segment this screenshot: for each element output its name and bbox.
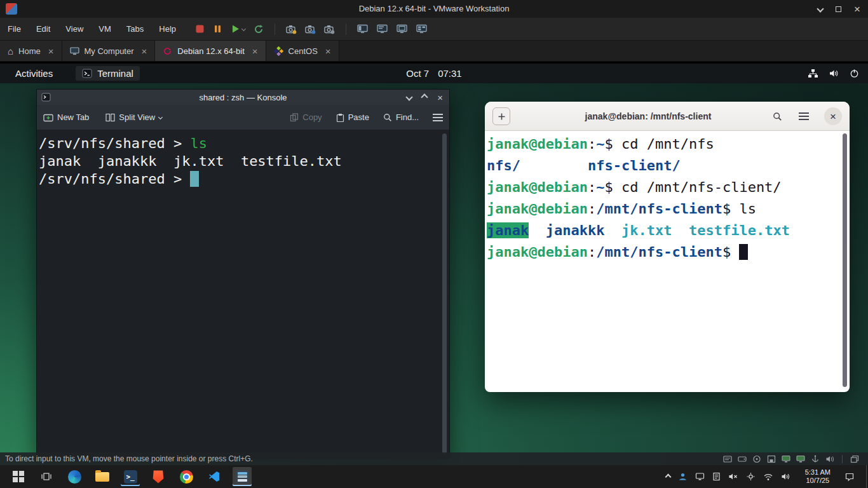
display-icon[interactable] — [695, 472, 705, 481]
task-view-button[interactable] — [37, 467, 56, 486]
close-icon[interactable] — [854, 4, 860, 15]
menu-view[interactable]: View — [58, 18, 91, 40]
sound-icon[interactable] — [825, 455, 834, 463]
terminal-line: /srv/nfs/shared > — [39, 170, 439, 188]
chrome-button[interactable] — [177, 467, 196, 486]
revert-snapshot-button[interactable] — [254, 24, 264, 34]
find-button[interactable]: Find... — [383, 112, 419, 122]
network-adapter-icon[interactable] — [782, 455, 790, 463]
brightness-icon[interactable] — [746, 472, 756, 481]
gnome-terminal-headerbar[interactable]: janak@debian: /mnt/nfs-client — [485, 102, 850, 131]
terminal-text-segment: : — [588, 201, 596, 217]
vscode-button[interactable] — [205, 467, 224, 486]
power-stop-button[interactable] — [195, 24, 205, 34]
konsole-titlebar[interactable]: shared : zsh — Konsole — [37, 90, 449, 105]
tab-close-icon[interactable] — [325, 46, 331, 56]
hamburger-menu-button[interactable] — [795, 107, 813, 125]
unity-view-button[interactable] — [416, 24, 428, 34]
snapshot-manager-button[interactable] — [324, 24, 335, 34]
terminal-line: nfs/ nfs-client/ — [487, 155, 841, 177]
network-adapter2-icon[interactable] — [796, 455, 805, 463]
hamburger-menu-button[interactable] — [433, 117, 443, 118]
tab-centos[interactable]: CentOS — [266, 41, 339, 61]
terminal-text-segment: /srv/nfs/shared > — [39, 135, 190, 151]
vm-desktop[interactable]: shared : zsh — Konsole New Tab Split Vie… — [0, 83, 868, 465]
cdrom-icon[interactable] — [752, 455, 761, 463]
brave-button[interactable] — [149, 467, 168, 486]
wifi-icon[interactable] — [763, 473, 773, 481]
menu-vm[interactable]: VM — [91, 18, 119, 40]
gnome-terminal-output[interactable]: janak@debian:~$ cd /mnt/nfsnfs/ nfs-clie… — [485, 131, 842, 391]
suspend-button[interactable] — [213, 24, 222, 34]
close-button[interactable] — [824, 107, 842, 125]
taskbar-clock[interactable]: 5:31 AM 10/7/25 — [805, 468, 831, 485]
konsole-scrollbar[interactable] — [442, 132, 448, 456]
terminal-text-segment — [529, 222, 546, 238]
tab-my-computer[interactable]: My Computer — [62, 41, 156, 61]
konsole-terminal-output[interactable]: /srv/nfs/shared > lsjanak janakkk jk.txt… — [37, 131, 440, 458]
document-icon[interactable] — [712, 472, 721, 481]
minimize-icon[interactable] — [817, 5, 824, 12]
tab-close-icon[interactable] — [252, 46, 258, 56]
terminal-text-segment: ~ — [596, 136, 604, 152]
taskbar-entry-terminal[interactable]: Terminal — [76, 66, 140, 81]
restore-window-icon[interactable] — [850, 455, 859, 463]
menu-help[interactable]: Help — [151, 18, 184, 40]
copy-button[interactable]: Copy — [290, 112, 322, 122]
floppy-icon[interactable] — [767, 455, 776, 463]
new-tab-button[interactable]: New Tab — [43, 112, 89, 122]
volume-icon[interactable] — [829, 69, 839, 78]
tab-close-icon[interactable] — [142, 46, 147, 56]
paste-button[interactable]: Paste — [336, 112, 369, 122]
hidden-icons-chevron[interactable] — [665, 473, 671, 480]
library-toggle-button[interactable] — [357, 24, 369, 34]
vmware-app-button[interactable] — [233, 467, 252, 486]
tab-close-icon[interactable] — [48, 46, 54, 56]
close-icon[interactable] — [437, 92, 443, 103]
tab-debian[interactable]: Debian 12.x 64-bit — [155, 41, 266, 61]
console-view-button[interactable] — [377, 24, 388, 34]
vmware-titlebar[interactable]: Debian 12.x 64-bit - VMware Workstation — [0, 0, 868, 18]
hard-disk-icon[interactable] — [738, 455, 747, 463]
gnome-terminal-scrollbar[interactable] — [843, 133, 848, 387]
network-share-icon[interactable] — [808, 69, 818, 78]
speaker-muted-icon[interactable] — [728, 472, 738, 481]
maximize-icon[interactable] — [421, 93, 428, 100]
revert-snapshot-toolbar-button[interactable] — [305, 24, 316, 34]
maximize-icon[interactable] — [836, 6, 841, 12]
take-snapshot-button[interactable] — [286, 24, 297, 34]
hamburger-icon — [433, 117, 443, 118]
action-center-icon[interactable] — [844, 472, 855, 482]
scrollbar-thumb[interactable] — [442, 133, 447, 454]
usb-icon[interactable] — [811, 455, 820, 463]
fullscreen-button[interactable] — [397, 24, 408, 34]
search-button[interactable] — [768, 107, 786, 125]
tab-home[interactable]: Home — [0, 41, 62, 61]
minimize-icon[interactable] — [406, 93, 413, 100]
terminal-app-button[interactable]: >_ — [121, 467, 140, 486]
konsole-toolbar: New Tab Split View Copy Past — [37, 105, 449, 130]
power-stop-icon — [195, 24, 205, 34]
activities-button[interactable]: Activities — [15, 68, 53, 79]
message-log-icon[interactable] — [723, 455, 732, 463]
scrollbar-thumb[interactable] — [843, 133, 847, 387]
menu-tabs[interactable]: Tabs — [119, 18, 151, 40]
find-label: Find... — [396, 112, 419, 122]
kde-panel: Activities Terminal Oct 7 07:31 — [0, 64, 868, 83]
terminal-text-segment: ~ — [596, 179, 604, 195]
start-button[interactable] — [9, 467, 28, 486]
power-icon[interactable] — [850, 69, 859, 78]
terminal-cursor — [739, 244, 747, 260]
volume-icon[interactable] — [781, 472, 791, 481]
edge-app-button[interactable] — [65, 467, 84, 486]
menu-file[interactable]: File — [0, 18, 29, 40]
file-explorer-button[interactable] — [93, 467, 112, 486]
terminal-cursor — [190, 171, 198, 187]
power-on-button[interactable] — [231, 24, 245, 34]
menu-edit[interactable]: Edit — [29, 18, 58, 40]
vm-screen[interactable]: Activities Terminal Oct 7 07:31 shared :… — [0, 62, 868, 465]
new-tab-button[interactable] — [492, 107, 510, 125]
person-icon[interactable] — [678, 472, 688, 481]
split-view-button[interactable]: Split View — [105, 112, 162, 122]
terminal-text-segment: ls — [739, 201, 756, 217]
